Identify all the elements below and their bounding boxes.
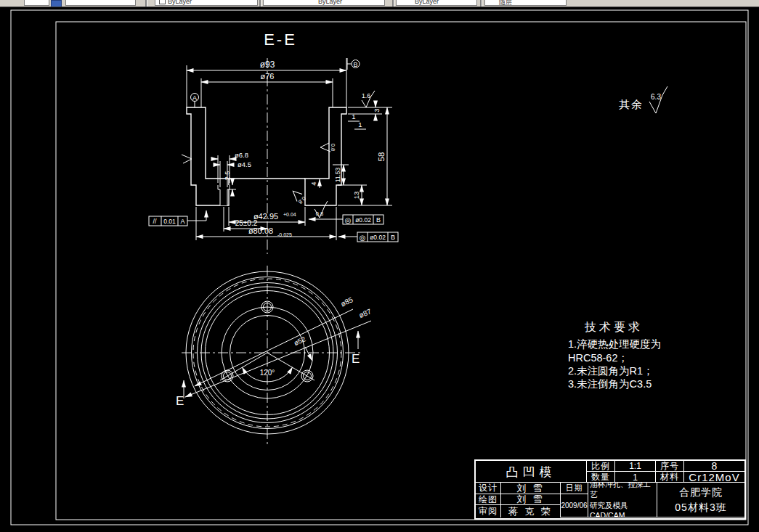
section-cut-mark-left: E — [176, 380, 184, 408]
linetype-dropdown[interactable]: ByLayer — [263, 0, 385, 6]
tech-requirements: 技术要求 1.淬硬热处理硬度为 HRC58-62； 2.未注圆角为R1； 3.未… — [568, 321, 661, 390]
toolbar-separator — [392, 0, 394, 7]
toolbar-separator — [145, 0, 147, 7]
svg-text:ø93: ø93 — [260, 60, 275, 70]
svg-text:◎: ◎ — [360, 234, 366, 242]
draft-label: 绘图 — [476, 494, 501, 505]
dim-h1153: 11.53 — [333, 165, 349, 185]
tech-line-4: 3.未注倒角为C3.5 — [568, 378, 652, 390]
svg-text:ø6.8: ø6.8 — [235, 151, 248, 159]
svg-text:58: 58 — [377, 152, 386, 162]
svg-text:ø85: ø85 — [339, 295, 354, 308]
svg-text:ø87: ø87 — [358, 307, 373, 319]
svg-text:+0.04: +0.04 — [283, 212, 296, 217]
counterbore-hole — [218, 185, 230, 205]
qty-label: 数量 — [587, 472, 615, 483]
dim-h13: 13 — [338, 185, 367, 205]
svg-text:1: 1 — [358, 120, 362, 128]
material-label: 材料 — [656, 472, 684, 483]
svg-text:B: B — [376, 216, 381, 224]
serial-label: 序号 — [656, 461, 684, 472]
design-name: 刘 雪 — [501, 483, 561, 494]
svg-text://: // — [153, 218, 157, 225]
tech-line-2: HRC58-62； — [568, 352, 628, 364]
scale-label: 比例 — [587, 461, 615, 472]
tech-title: 技术要求 — [584, 321, 643, 333]
svg-text:ø52: ø52 — [293, 335, 307, 347]
plan-view: 120° ø52 ø85 ø87 E E — [176, 266, 373, 444]
lineweight-dropdown[interactable]: ByLayer — [396, 0, 477, 6]
review-name: 蒋 克 荣 — [501, 505, 561, 517]
dim-dia45: ø4.5 — [214, 160, 251, 187]
qty-value: 1 — [615, 472, 656, 483]
svg-text:ø0.02: ø0.02 — [370, 234, 386, 241]
svg-text:◎: ◎ — [345, 216, 352, 224]
svg-text:1: 1 — [352, 112, 355, 120]
svg-text:11.53: 11.53 — [334, 167, 341, 182]
drawing-frame — [56, 22, 746, 520]
section-cut-mark-right: E — [352, 331, 360, 366]
section-view-label: E-E — [264, 30, 297, 49]
organization: 合肥学院 05材料3班 — [657, 483, 744, 517]
part-name: 凸凹模 — [476, 461, 587, 483]
design-label: 设计 — [476, 483, 501, 494]
svg-text:B: B — [391, 234, 395, 241]
surface-note-label: 其余 — [619, 98, 644, 110]
dim-dia52-leader: ø52 — [293, 335, 312, 361]
svg-text:0.01: 0.01 — [163, 218, 176, 225]
plotstyle-dropdown[interactable]: 随层 — [484, 0, 567, 6]
roughness-0-8-wall: 0.8 — [320, 143, 336, 152]
svg-text:B: B — [353, 61, 357, 68]
project-name: 油杯冲孔、拉深工艺 研究及模具 CAD/CAM — [588, 483, 657, 517]
svg-text:2.5: 2.5 — [224, 171, 231, 181]
svg-text:A: A — [192, 94, 197, 102]
tech-line-1: 1.淬硬热处理硬度为 — [568, 338, 661, 350]
dim-dia76: ø76 — [201, 72, 333, 107]
parallelism-tolerance-frame: // 0.01 A — [149, 210, 206, 226]
color-dropdown[interactable]: ByLayer — [155, 0, 258, 6]
svg-text:3: 3 — [373, 108, 381, 112]
dim-h58: 58 — [338, 107, 392, 205]
section-view: E-E ø93 B ø76 — [149, 30, 398, 254]
svg-text:0.8: 0.8 — [330, 144, 336, 151]
material-value: Cr12MoV — [684, 472, 744, 483]
svg-text:13: 13 — [352, 192, 360, 200]
section-right-wall — [305, 107, 346, 205]
surface-note-value: 6.3 — [651, 93, 661, 101]
roughness-0-8-bore: 0.8 — [314, 201, 328, 218]
svg-text:ø4.5: ø4.5 — [238, 160, 251, 168]
toolbar-separator — [480, 0, 482, 7]
roughness-1-6: 1.6 — [362, 91, 375, 107]
scale-value: 1:1 — [615, 461, 656, 472]
svg-text:E: E — [176, 394, 184, 408]
layer-dropdown[interactable] — [65, 0, 136, 6]
svg-text:ø80.08: ø80.08 — [248, 226, 273, 235]
svg-text:120°: 120° — [260, 369, 275, 377]
dim-chamfer-1b: 1 — [354, 120, 366, 129]
autocad-toolbar-strip: ByLayer ByLayer ByLayer 随层 — [0, 0, 759, 7]
roughness-mark-left — [182, 155, 192, 163]
outer-border — [11, 10, 748, 525]
svg-text:E: E — [352, 352, 360, 366]
svg-text:ø0.02: ø0.02 — [355, 216, 371, 224]
layers-icon[interactable] — [51, 0, 62, 7]
color-swatch-icon — [159, 0, 166, 4]
svg-text:1.6: 1.6 — [362, 92, 370, 99]
svg-text:0.8: 0.8 — [316, 210, 323, 217]
svg-text:A: A — [180, 218, 184, 225]
concentricity-tolerance-frame-2: ◎ ø0.02 B — [338, 232, 398, 242]
svg-text:ø76: ø76 — [261, 72, 275, 81]
draft-name: 刘 雪 — [501, 494, 561, 505]
date-value: 2009/06 — [561, 494, 588, 517]
datum-a-symbol: A — [191, 94, 199, 108]
review-label: 审阅 — [476, 505, 501, 517]
dim-step4: 4 — [309, 179, 320, 188]
layer-state-dropdown[interactable] — [24, 0, 49, 6]
surface-note: 其余 6.3 — [619, 86, 667, 113]
toolbar-separator — [259, 0, 261, 7]
tech-line-3: 2.未注圆角为R1； — [568, 365, 654, 377]
svg-text:-0.025: -0.025 — [277, 232, 292, 237]
serial-value: 8 — [684, 461, 744, 472]
drawing-canvas: E-E ø93 B ø76 — [0, 0, 759, 532]
title-block: 凸凹模 比例 1:1 序号 8 数量 1 材料 Cr12MoV 设计 刘 雪 日… — [474, 459, 746, 520]
